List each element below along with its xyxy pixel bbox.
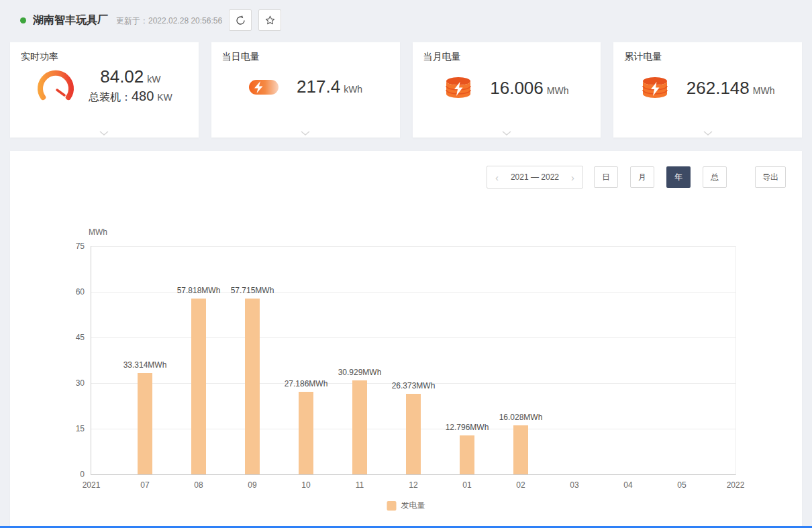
x-axis-tick-label: 02 bbox=[516, 480, 525, 490]
period-button[interactable]: 年 bbox=[666, 166, 691, 188]
site-title: 湖南智丰玩具厂 bbox=[33, 13, 108, 28]
range-text: 2021 — 2022 bbox=[511, 172, 559, 182]
x-axis-tick-label: 03 bbox=[570, 480, 578, 490]
legend-swatch bbox=[387, 501, 397, 511]
lightning-pill-icon bbox=[248, 78, 279, 97]
y-axis-tick-label: 30 bbox=[76, 378, 85, 388]
x-axis-tick-label: 12 bbox=[409, 480, 417, 490]
stat-card-realtime-power: 实时功率 84.02kW bbox=[10, 42, 199, 138]
battery-lightning-icon bbox=[444, 76, 472, 99]
card-title: 实时功率 bbox=[21, 51, 188, 63]
stat-card-cumulative-energy: 累计电量 262.148MWh bbox=[613, 42, 802, 138]
monthly-energy-value: 16.006 bbox=[490, 78, 544, 98]
period-button[interactable]: 日 bbox=[594, 166, 618, 188]
range-next-icon[interactable]: › bbox=[571, 172, 574, 183]
y-axis-title: MWh bbox=[89, 227, 107, 237]
bar-value-label: 57.715MWh bbox=[231, 286, 274, 295]
period-buttons: 日月年总 bbox=[594, 166, 727, 188]
bar-month-09 bbox=[245, 299, 260, 474]
y-axis-tick-label: 60 bbox=[76, 287, 85, 297]
x-axis-tick-label: 10 bbox=[301, 480, 310, 490]
battery-lightning-icon bbox=[641, 76, 669, 99]
chevron-down-icon[interactable] bbox=[99, 131, 109, 136]
installed-capacity-value: 480 bbox=[132, 89, 154, 103]
realtime-power-value: 84.02 bbox=[100, 66, 144, 87]
installed-capacity-line: 总装机：480KW bbox=[89, 89, 172, 105]
y-axis-tick-label: 15 bbox=[76, 424, 85, 433]
bar-value-label: 33.314MWh bbox=[123, 360, 167, 370]
bar-value-label: 26.373MWh bbox=[392, 381, 436, 390]
bar-month-10 bbox=[299, 392, 313, 474]
x-axis-tick-label: 05 bbox=[677, 480, 686, 490]
chevron-down-icon[interactable] bbox=[502, 131, 511, 136]
bar-month-02 bbox=[513, 425, 528, 474]
bar-month-08 bbox=[191, 299, 206, 474]
bar-value-label: 12.796MWh bbox=[446, 423, 489, 432]
status-dot bbox=[20, 17, 26, 23]
chart-toolbar: ‹ 2021 — 2022 › 日月年总 导出 bbox=[26, 166, 786, 189]
page-header: 湖南智丰玩具厂 更新于：2022.02.28 20:56:56 bbox=[0, 0, 812, 36]
star-icon bbox=[264, 15, 276, 26]
bar-chart-plot: MWh 015304560752021070809101112010203040… bbox=[91, 246, 736, 475]
bar-month-07 bbox=[138, 373, 152, 474]
x-axis-tick-label: 2022 bbox=[727, 480, 745, 490]
chevron-down-icon[interactable] bbox=[703, 131, 713, 136]
chart-panel: ‹ 2021 — 2022 › 日月年总 导出 MWh 015304560752… bbox=[10, 151, 802, 528]
x-axis-tick-label: 2021 bbox=[83, 480, 101, 490]
gridline bbox=[91, 337, 735, 338]
stat-cards-row: 实时功率 84.02kW bbox=[0, 36, 812, 138]
x-axis-tick-label: 09 bbox=[248, 480, 256, 490]
cumulative-energy-value: 262.148 bbox=[687, 78, 750, 98]
y-axis-tick-label: 45 bbox=[76, 333, 85, 342]
x-axis-tick-label: 01 bbox=[462, 480, 471, 490]
bar-month-12 bbox=[406, 394, 421, 474]
y-axis-tick-label: 75 bbox=[76, 242, 85, 251]
daily-energy-value: 217.4 bbox=[297, 76, 340, 97]
chart-legend[interactable]: 发电量 bbox=[387, 500, 425, 511]
x-axis-tick-label: 04 bbox=[623, 480, 632, 490]
bar-value-label: 16.028MWh bbox=[499, 413, 543, 422]
export-button[interactable]: 导出 bbox=[755, 166, 786, 188]
realtime-power-unit: kW bbox=[147, 74, 160, 85]
bar-value-label: 27.186MWh bbox=[285, 379, 328, 388]
bar-month-01 bbox=[460, 435, 474, 474]
gridline bbox=[91, 246, 735, 247]
card-title: 当日电量 bbox=[222, 51, 389, 63]
stat-card-monthly-energy: 当月电量 16.006MWh bbox=[413, 42, 601, 138]
card-title: 当月电量 bbox=[423, 51, 591, 63]
cumulative-energy-unit: MWh bbox=[753, 85, 775, 96]
bar-value-label: 30.929MWh bbox=[338, 368, 382, 377]
x-axis-tick-label: 11 bbox=[356, 480, 364, 490]
refresh-icon bbox=[235, 15, 246, 26]
installed-capacity-label: 总装机： bbox=[89, 91, 132, 103]
card-title: 累计电量 bbox=[624, 51, 791, 63]
bar-month-11 bbox=[352, 380, 367, 474]
x-axis-tick-label: 08 bbox=[194, 480, 203, 490]
chevron-down-icon[interactable] bbox=[301, 131, 310, 136]
legend-label: 发电量 bbox=[401, 500, 425, 511]
period-button[interactable]: 总 bbox=[703, 166, 727, 188]
y-axis-tick-label: 0 bbox=[80, 470, 85, 479]
stat-card-daily-energy: 当日电量 217.4kWh bbox=[211, 42, 400, 138]
bar-value-label: 57.818MWh bbox=[177, 286, 221, 295]
x-axis-tick-label: 07 bbox=[140, 480, 149, 490]
monthly-energy-unit: MWh bbox=[547, 85, 569, 96]
refresh-button[interactable] bbox=[229, 9, 252, 31]
gauge-icon bbox=[36, 70, 75, 102]
updated-timestamp: 更新于：2022.02.28 20:56:56 bbox=[116, 15, 222, 27]
period-button[interactable]: 月 bbox=[630, 166, 654, 188]
favorite-button[interactable] bbox=[258, 9, 281, 31]
date-range-picker[interactable]: ‹ 2021 — 2022 › bbox=[487, 166, 583, 189]
daily-energy-unit: kWh bbox=[344, 84, 362, 95]
installed-capacity-unit: KW bbox=[157, 92, 172, 103]
range-prev-icon[interactable]: ‹ bbox=[495, 172, 499, 183]
